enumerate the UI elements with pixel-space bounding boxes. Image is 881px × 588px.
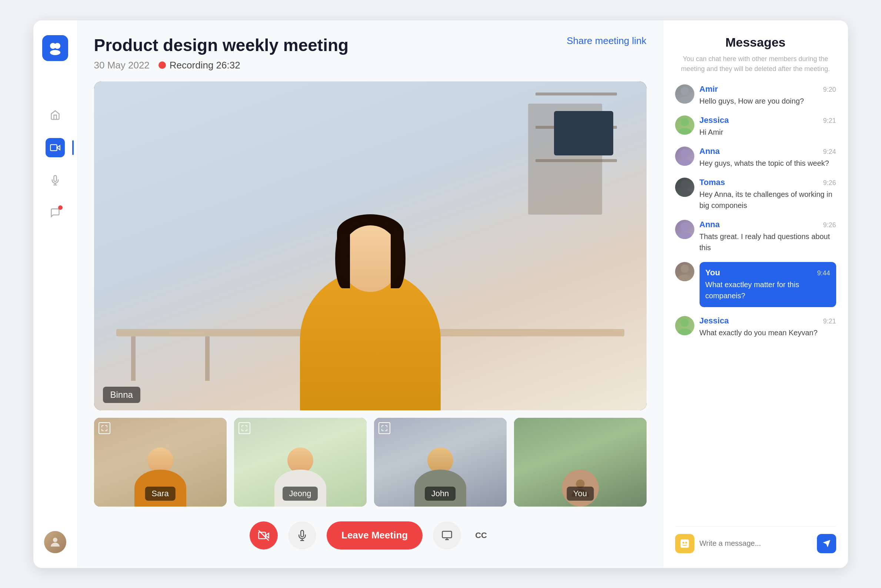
msg-name-tomas: Tomas	[699, 178, 725, 187]
expand-icon-jeong[interactable]	[239, 422, 250, 434]
message-you: You 9:44 What exactley matter for this c…	[675, 262, 836, 307]
cc-button[interactable]: CC	[471, 521, 491, 549]
svg-point-20	[678, 128, 692, 135]
svg-point-19	[681, 118, 689, 126]
svg-point-32	[682, 542, 684, 544]
app-container: Product design weekly meeting 30 May 202…	[33, 20, 848, 568]
microphone-button[interactable]	[288, 521, 316, 549]
msg-name-amir: Amir	[699, 84, 718, 94]
message-body-anna: Anna 9:24 Hey guys, whats the topic of t…	[699, 147, 836, 169]
screen-share-button[interactable]	[433, 521, 461, 549]
controls-bar: Leave Meeting CC	[94, 514, 646, 553]
message-body-jessica: Jessica 9:21 Hi Amir	[699, 116, 836, 138]
message-jessica: Jessica 9:21 Hi Amir	[675, 116, 836, 138]
msg-text-tomas: Hey Anna, its te challenges of working i…	[699, 189, 836, 211]
msg-name-anna: Anna	[699, 147, 720, 156]
main-video-label: Binna	[103, 387, 140, 403]
message-tomas: Tomas 9:26 Hey Anna, its te challenges o…	[675, 178, 836, 211]
msg-time-anna: 9:24	[823, 148, 836, 156]
msg-text-jessica: Hi Amir	[699, 126, 836, 138]
meeting-meta: 30 May 2022 Recording 26:32	[94, 60, 349, 71]
main-content: Product design weekly meeting 30 May 202…	[78, 20, 663, 568]
avatar-anna	[675, 147, 695, 166]
svg-point-30	[678, 328, 692, 335]
share-meeting-link[interactable]: Share meeting link	[567, 35, 646, 46]
message-amir: Amir 9:20 Hello guys, How are you doing?	[675, 84, 836, 106]
sidebar-item-home[interactable]	[45, 105, 65, 125]
svg-point-2	[50, 50, 60, 55]
thumbnail-label-you: You	[567, 487, 594, 501]
sidebar-nav	[45, 105, 65, 222]
video-section: Binna	[94, 81, 646, 553]
avatar-anna2	[675, 220, 695, 239]
message-anna: Anna 9:24 Hey guys, whats the topic of t…	[675, 147, 836, 169]
sidebar-item-video[interactable]	[45, 138, 65, 157]
svg-rect-14	[442, 531, 452, 538]
expand-icon-sara[interactable]	[99, 422, 110, 434]
svg-point-1	[54, 43, 60, 49]
message-body-anna2: Anna 9:26 Thats great. I realy had quest…	[699, 220, 836, 253]
svg-rect-31	[680, 539, 689, 548]
message-body-tomas: Tomas 9:26 Hey Anna, its te challenges o…	[699, 178, 836, 211]
svg-point-22	[678, 159, 692, 166]
user-avatar-sidebar[interactable]	[44, 531, 66, 553]
msg-text-jessica2: What exactly do you mean Keyvan?	[699, 327, 836, 338]
chat-notification-dot	[58, 206, 63, 210]
message-body-jessica2: Jessica 9:21 What exactly do you mean Ke…	[699, 316, 836, 338]
msg-name-anna2: Anna	[699, 220, 720, 230]
svg-point-21	[681, 149, 689, 157]
msg-name-jessica: Jessica	[699, 116, 729, 125]
avatar-jessica	[675, 116, 695, 135]
recording-dot	[158, 62, 166, 69]
expand-icon-john[interactable]	[379, 422, 390, 434]
svg-rect-4	[50, 144, 57, 150]
msg-text-anna: Hey guys, whats the topic of this week?	[699, 158, 836, 169]
thumbnail-jeong[interactable]: Jeong	[234, 418, 367, 507]
msg-time-you: 9:44	[817, 269, 830, 277]
thumbnail-label-jeong: Jeong	[283, 487, 318, 501]
recording-timer: Recording 26:32	[170, 60, 241, 71]
svg-point-18	[678, 97, 692, 104]
msg-text-anna2: Thats great. I realy had questions about…	[699, 231, 836, 253]
message-jessica2: Jessica 9:21 What exactly do you mean Ke…	[675, 316, 836, 338]
message-input-row	[675, 526, 836, 553]
svg-point-24	[678, 190, 692, 197]
avatar-tomas	[675, 178, 695, 197]
svg-point-7	[53, 538, 57, 542]
avatar-jessica2	[675, 316, 695, 335]
svg-marker-9	[266, 533, 269, 538]
svg-point-17	[681, 87, 689, 95]
thumbnails-row: Sara Jeon	[94, 418, 646, 507]
sidebar-item-chat[interactable]	[45, 203, 65, 222]
svg-point-23	[681, 180, 689, 188]
bot-icon	[675, 534, 695, 553]
svg-marker-3	[57, 146, 60, 150]
sidebar-item-microphone[interactable]	[45, 171, 65, 190]
msg-text-amir: Hello guys, How are you doing?	[699, 96, 836, 106]
messages-panel: Messages You can chat here with other me…	[663, 20, 848, 568]
avatar-you	[675, 262, 695, 281]
meeting-title: Product design weekly meeting	[94, 35, 349, 55]
svg-point-29	[681, 319, 689, 327]
svg-point-25	[681, 222, 689, 231]
msg-name-you: You	[705, 268, 720, 278]
thumbnail-you[interactable]: You	[514, 418, 646, 507]
recording-badge: Recording 26:32	[158, 60, 241, 71]
msg-time-anna2: 9:26	[823, 221, 836, 229]
svg-point-28	[678, 274, 692, 281]
app-logo[interactable]	[42, 35, 68, 61]
main-video: Binna	[94, 81, 646, 410]
send-message-button[interactable]	[817, 534, 836, 553]
message-input[interactable]	[699, 539, 812, 548]
msg-time-jessica2: 9:21	[823, 318, 836, 325]
svg-point-33	[685, 542, 687, 544]
msg-time-tomas: 9:26	[823, 179, 836, 187]
thumbnail-john[interactable]: John	[374, 418, 507, 507]
message-body-amir: Amir 9:20 Hello guys, How are you doing?	[699, 84, 836, 106]
thumbnail-sara[interactable]: Sara	[94, 418, 227, 507]
video-toggle-button[interactable]	[250, 521, 278, 549]
messages-title: Messages	[675, 35, 836, 50]
thumbnail-label-sara: Sara	[145, 487, 175, 501]
leave-meeting-button[interactable]: Leave Meeting	[327, 521, 422, 549]
msg-text-you: What exactley matter for this companeis?	[705, 279, 830, 301]
